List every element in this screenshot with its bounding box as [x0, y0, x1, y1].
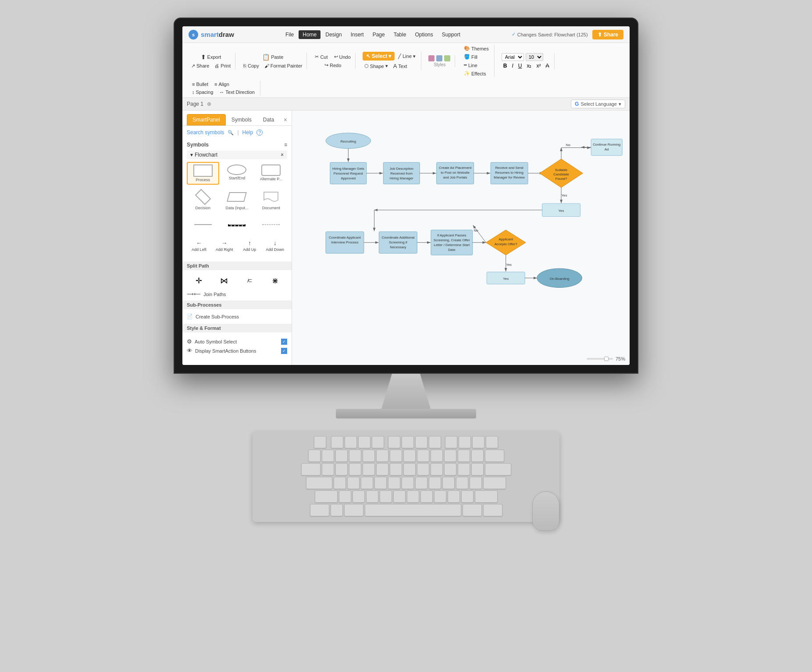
export-button[interactable]: ⬆ Export [199, 53, 223, 61]
key-s [347, 477, 360, 489]
copy-label: Copy [248, 63, 259, 68]
shape-decision[interactable]: Decision [187, 186, 219, 213]
key-f10 [459, 436, 471, 448]
monitor-stand [371, 374, 441, 409]
menu-insert[interactable]: Insert [347, 30, 368, 39]
tab-smartpanel[interactable]: SmartPanel [187, 114, 226, 125]
page-name[interactable]: Page 1 [187, 101, 203, 107]
shape-line3[interactable] [255, 216, 287, 234]
shape-line1[interactable] [187, 216, 219, 234]
share-icon: ⬆ [598, 32, 602, 38]
split-path-4[interactable]: ⋇ [264, 275, 287, 287]
themes-label: Themes [471, 46, 489, 51]
symbols-menu-icon[interactable]: ≡ [284, 142, 287, 148]
text-direction-button[interactable]: ↔ Text Direction [217, 89, 256, 96]
line2-button[interactable]: ━ Line [462, 61, 491, 69]
zoom-slider[interactable] [587, 358, 613, 360]
key-i [417, 463, 429, 475]
add-up-button[interactable]: ↑ Add Up [238, 238, 262, 254]
add-page-button[interactable]: ⊕ [207, 101, 211, 107]
menu-table[interactable]: Table [390, 30, 410, 39]
menu-design[interactable]: Design [321, 30, 345, 39]
zoom-handle[interactable] [604, 357, 609, 361]
copy-button[interactable]: ⎘ Copy [242, 62, 261, 69]
shape-document[interactable]: Document [255, 186, 287, 213]
redo-button[interactable]: ↪ Redo [323, 61, 343, 69]
key-d [361, 477, 373, 489]
language-select[interactable]: G Select Language ▾ [571, 100, 625, 108]
panel-close-button[interactable]: × [284, 116, 287, 123]
subscript-button[interactable]: x₂ [525, 62, 533, 69]
strikethrough-button[interactable]: A [544, 62, 551, 69]
text-button[interactable]: A Text [392, 62, 409, 70]
add-down-icon: ↓ [274, 239, 277, 247]
split-path-3[interactable]: ⟈ [238, 275, 262, 287]
shape-data[interactable]: Data (Input... [221, 186, 253, 213]
share-button[interactable]: ⬆ Share [592, 30, 623, 39]
node-suitable-label2: Candidate [553, 172, 570, 176]
bold-button[interactable]: B [502, 62, 509, 69]
spacing-icon: ↕ [192, 89, 195, 95]
auto-symbol-left: ⚙ Auto Symbol Select [187, 338, 237, 345]
share-tool-button[interactable]: ↗ Share [189, 62, 211, 70]
canvas-area[interactable]: Recruiting Hiring Manager Gets Personnel… [292, 111, 630, 365]
search-symbols-link[interactable]: Search symbols [187, 129, 224, 136]
logo-accent: draw [219, 31, 234, 38]
auto-symbol-checkbox[interactable]: ✓ [281, 339, 287, 345]
flowchart-canvas[interactable]: Recruiting Hiring Manager Gets Personnel… [292, 111, 630, 365]
italic-button[interactable]: I [510, 62, 515, 69]
node-yes2-label: Yes [503, 277, 509, 281]
fill-button[interactable]: 🪣 Fill [462, 53, 491, 61]
display-smartaction-checkbox[interactable]: ✓ [281, 348, 287, 354]
help-link[interactable]: Help [242, 129, 253, 136]
select-button[interactable]: ↖ Select ▾ [363, 52, 395, 61]
superscript-button[interactable]: x² [534, 62, 542, 69]
font-name-select[interactable]: Arial [502, 53, 524, 61]
flowchart-header[interactable]: ▾ Flowchart × [187, 150, 287, 159]
tab-symbols[interactable]: Symbols [226, 114, 257, 125]
effects-button[interactable]: ✨ Effects [462, 70, 491, 77]
key-f3 [358, 436, 370, 448]
menu-support[interactable]: Support [438, 30, 464, 39]
key-f2 [345, 436, 357, 448]
line-button[interactable]: ╱ Line ▾ [396, 53, 417, 60]
menu-options[interactable]: Options [411, 30, 437, 39]
font-size-select[interactable]: 10 [526, 53, 543, 61]
spacing-button[interactable]: ↕ Spacing [190, 89, 215, 96]
themes-button[interactable]: 🎨 Themes [462, 45, 491, 52]
add-right-button[interactable]: → Add Right [212, 238, 237, 254]
menu-file[interactable]: File [281, 30, 298, 39]
key-f7 [415, 436, 427, 448]
split-path-2[interactable]: ⋈ [212, 275, 236, 287]
bullet-button[interactable]: ≡ Bullet [190, 81, 210, 88]
format-painter-button[interactable]: 🖌 Format Painter [263, 62, 304, 69]
node-receive-label: Receive and Send [495, 166, 523, 170]
share-label: Share [604, 32, 618, 38]
align-button[interactable]: ≡ Align [213, 81, 231, 88]
split-path-1[interactable]: ✛ [187, 275, 210, 287]
shape-process[interactable]: Process [187, 162, 219, 185]
shape-startend[interactable]: Start/End [221, 162, 253, 185]
create-subprocess-button[interactable]: 📄 Create Sub-Process [187, 314, 287, 319]
key-comma [434, 490, 446, 503]
key-shift-l [315, 490, 338, 503]
add-left-button[interactable]: ← Add Left [187, 238, 211, 254]
key-tilde [308, 450, 321, 462]
tab-data[interactable]: Data [257, 114, 280, 125]
display-smartaction-left: 👁 Display SmartAction Buttons [187, 347, 256, 354]
print-button[interactable]: 🖨 Print [213, 62, 232, 70]
menu-page[interactable]: Page [369, 30, 389, 39]
shape-alternate[interactable]: Alternate P... [255, 162, 287, 185]
paste-button[interactable]: 📋 Paste [260, 53, 285, 61]
cut-button[interactable]: ✂ Cut [313, 53, 329, 61]
add-down-button[interactable]: ↓ Add Down [263, 238, 287, 254]
underline-button[interactable]: U [516, 62, 524, 69]
split-path-section-title: Split Path [182, 261, 292, 270]
menu-home[interactable]: Home [299, 30, 321, 39]
node-receive-label3: Manager for Review [494, 175, 525, 179]
shape-button[interactable]: ⬡ Shape ▾ [363, 62, 390, 70]
flowchart-close-icon[interactable]: × [281, 152, 284, 158]
shape-grid: Process Start/End Alternate P... [187, 162, 287, 213]
shape-line2[interactable] [221, 216, 253, 234]
undo-button[interactable]: ↩ Undo [332, 53, 353, 61]
